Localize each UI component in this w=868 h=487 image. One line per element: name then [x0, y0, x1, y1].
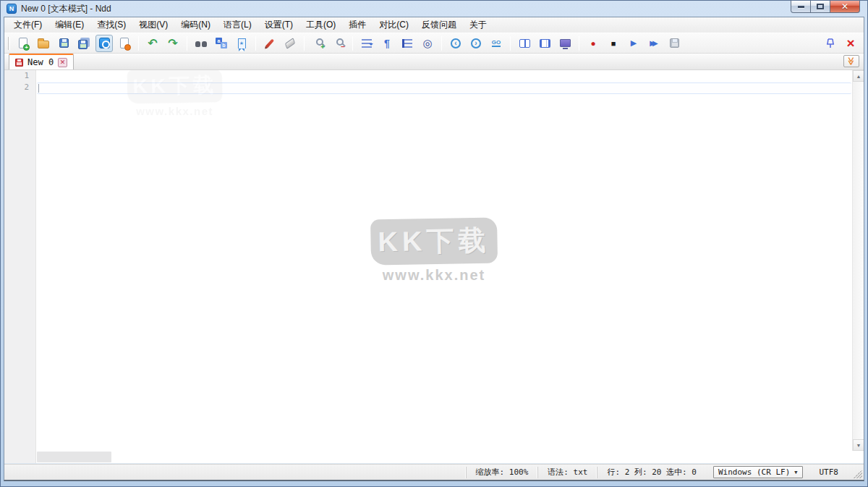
tab-list-button[interactable]: ≫ — [843, 55, 859, 67]
menu-feedback[interactable]: 反馈问题 — [415, 17, 463, 33]
macro-save-button[interactable] — [665, 35, 683, 52]
app-icon: N — [7, 4, 17, 14]
word-wrap-button[interactable] — [358, 35, 375, 52]
menu-settings[interactable]: 设置(T) — [258, 17, 299, 33]
tab-new-0[interactable]: New 0 ✕ — [9, 54, 74, 69]
save-all-icon — [78, 40, 88, 49]
redo-button[interactable]: ↷ — [164, 35, 182, 52]
resize-grip[interactable] — [854, 470, 862, 478]
watermark: KK下载 www.kkx.net — [371, 219, 498, 284]
show-symbols-button[interactable]: ¶ — [378, 35, 396, 52]
nav-forward-button[interactable]: › — [467, 35, 485, 52]
toolbar-separator — [352, 36, 353, 51]
menu-about[interactable]: 关于 — [463, 17, 493, 33]
editor-area[interactable]: 1 2 KK下载 www.kkx.net KK下载 www.kkx.net ▲ … — [4, 70, 864, 464]
find-icon — [195, 39, 207, 47]
replace-button[interactable] — [213, 35, 230, 52]
client-area: 文件(F) 编辑(E) 查找(S) 视图(V) 编码(N) 语言(L) 设置(T… — [4, 17, 864, 481]
maximize-button[interactable] — [810, 1, 830, 13]
minimize-button[interactable] — [791, 1, 811, 13]
maximize-icon — [817, 4, 824, 9]
chevron-double-down-icon: ≫ — [847, 57, 855, 66]
unsaved-file-icon — [15, 59, 23, 67]
toolbar-separator — [138, 36, 139, 51]
scroll-up-arrow[interactable]: ▲ — [853, 70, 864, 82]
close-button[interactable]: ✕ — [830, 1, 860, 13]
undo-icon: ↶ — [148, 38, 157, 48]
menu-plugins[interactable]: 插件 — [342, 17, 373, 33]
menu-tools[interactable]: 工具(O) — [299, 17, 342, 33]
tab-bar: New 0 ✕ ≫ — [4, 54, 864, 70]
open-file-button[interactable] — [35, 35, 52, 52]
find-button[interactable] — [192, 35, 210, 52]
watermark-title: KK下载 — [370, 217, 498, 265]
open-file-icon — [38, 41, 49, 48]
menu-file[interactable]: 文件(F) — [7, 17, 48, 33]
new-file-icon: + — [19, 38, 27, 48]
macro-save-icon — [670, 38, 679, 48]
mark-pen-button[interactable] — [261, 35, 278, 52]
macro-stop-button[interactable]: ■ — [605, 35, 622, 52]
fullscreen-icon — [560, 39, 571, 47]
focus-mode-button[interactable]: ◎ — [419, 35, 436, 52]
horizontal-scrollbar-thumb[interactable] — [37, 452, 111, 462]
pin-toolbar-button[interactable] — [822, 35, 839, 52]
split-view-icon — [519, 39, 530, 48]
split-view-vertical-button[interactable] — [536, 35, 553, 52]
nav-forward-icon: › — [471, 38, 481, 48]
zoom-in-button[interactable]: + — [310, 35, 327, 52]
menu-encoding[interactable]: 编码(N) — [174, 17, 217, 33]
macro-play-multiple-button[interactable]: ▶▶ — [645, 35, 663, 52]
line-number: 2 — [4, 82, 35, 94]
save-file-button[interactable] — [55, 35, 72, 52]
close-toolbar-button[interactable]: × — [842, 35, 859, 52]
split-view-button[interactable] — [516, 35, 533, 52]
vertical-scrollbar[interactable]: ▲ ▼ — [852, 70, 864, 451]
menu-view[interactable]: 视图(V) — [132, 17, 174, 33]
line-ending-select[interactable]: Windows (CR LF) ▼ — [713, 466, 803, 478]
macro-play-button[interactable]: ▶ — [625, 35, 642, 52]
save-all-button[interactable] — [75, 35, 93, 52]
menu-search[interactable]: 查找(S) — [90, 17, 132, 33]
text-caret — [38, 84, 39, 93]
bookmark-icon — [238, 38, 246, 48]
save-file-icon — [59, 38, 69, 48]
menu-bar: 文件(F) 编辑(E) 查找(S) 视图(V) 编码(N) 语言(L) 设置(T… — [4, 17, 864, 33]
watermark-url: www.kkx.net — [371, 267, 498, 284]
line-number: 1 — [4, 71, 35, 82]
toolbar-separator — [187, 36, 187, 51]
goto-line-icon: GO — [492, 39, 501, 47]
erase-mark-button[interactable] — [281, 35, 299, 52]
goto-line-button[interactable]: GO — [488, 35, 505, 52]
macro-record-icon: ● — [590, 38, 595, 48]
menu-compare[interactable]: 对比(C) — [373, 17, 415, 33]
macro-play-multiple-icon: ▶▶ — [650, 39, 655, 47]
status-encoding: UTF8 — [810, 467, 848, 478]
indent-guide-button[interactable] — [399, 35, 416, 52]
status-caret-position: 行: 2 列: 20 选中: 0 — [597, 467, 705, 478]
scroll-down-arrow[interactable]: ▼ — [853, 439, 864, 451]
undo-button[interactable]: ↶ — [144, 35, 161, 52]
auto-save-toggle-button[interactable] — [95, 35, 113, 52]
fullscreen-button[interactable] — [556, 35, 574, 52]
tab-close-button[interactable]: ✕ — [58, 58, 67, 67]
line-number-gutter: 1 2 — [4, 70, 36, 463]
toolbar-separator — [441, 36, 442, 51]
nav-back-button[interactable]: ‹ — [447, 35, 464, 52]
bookmark-button[interactable] — [233, 35, 250, 52]
zoom-out-button[interactable]: − — [330, 35, 347, 52]
nav-back-icon: ‹ — [451, 38, 461, 48]
toolbar-grip[interactable] — [8, 37, 10, 50]
macro-stop-icon: ■ — [611, 39, 616, 48]
new-file-button[interactable]: + — [14, 35, 32, 52]
close-file-button[interactable] — [116, 35, 133, 52]
status-zoom: 缩放率: 100% — [466, 467, 538, 478]
erase-mark-icon — [285, 38, 295, 49]
menu-language[interactable]: 语言(L) — [217, 17, 258, 33]
menu-edit[interactable]: 编辑(E) — [48, 17, 90, 33]
word-wrap-icon — [362, 39, 372, 48]
title-bar: N New 0 [文本模式] - Ndd ✕ — [4, 1, 864, 17]
toolbar-separator — [510, 36, 511, 51]
macro-record-button[interactable]: ● — [584, 35, 602, 52]
auto-save-icon — [99, 38, 110, 48]
